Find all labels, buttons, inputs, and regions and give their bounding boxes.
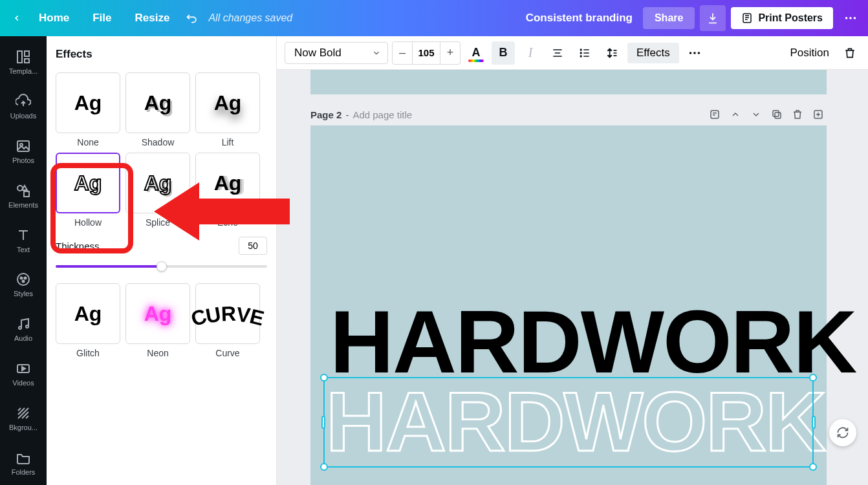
svg-point-20 <box>580 56 581 57</box>
duplicate-page-icon[interactable] <box>768 106 785 123</box>
sidebar-label: Uploads <box>10 112 36 120</box>
sidebar-label: Photos <box>12 156 34 164</box>
resize-handle[interactable] <box>809 374 817 382</box>
menu-home[interactable]: Home <box>27 12 81 25</box>
canvas-page-2[interactable]: HARDWORK HARDWORK <box>310 125 827 485</box>
sidebar-label: Bkgrou... <box>9 424 38 431</box>
effect-hollow[interactable]: AgHollow <box>56 153 120 228</box>
bold-button[interactable]: B <box>492 41 515 65</box>
sidebar-item-templates[interactable]: Templa... <box>0 40 47 85</box>
add-page-title[interactable]: Add page title <box>353 109 412 120</box>
refresh-button[interactable] <box>829 419 856 446</box>
sidebar-label: Folders <box>12 468 36 476</box>
font-family-select[interactable]: Now Bold <box>285 42 388 64</box>
effect-splice[interactable]: AgSplice <box>125 153 190 228</box>
svg-point-23 <box>697 52 700 54</box>
menu-resize[interactable]: Resize <box>124 12 182 25</box>
print-posters-label: Print Posters <box>758 12 823 24</box>
resize-handle[interactable] <box>809 463 817 471</box>
resize-handle[interactable] <box>320 463 328 471</box>
undo-button[interactable] <box>181 7 203 29</box>
header-more-button[interactable] <box>840 7 862 29</box>
svg-point-19 <box>580 52 581 54</box>
delete-button[interactable] <box>840 43 860 63</box>
sidebar-item-folders[interactable]: Folders <box>0 440 47 485</box>
svg-point-1 <box>845 17 848 19</box>
effect-none[interactable]: AgNone <box>56 72 120 147</box>
effect-shadow[interactable]: AgShadow <box>125 72 190 147</box>
resize-handle[interactable] <box>812 416 816 429</box>
move-down-icon[interactable] <box>748 106 765 123</box>
font-size-increment[interactable]: + <box>440 42 460 64</box>
sidebar-item-videos[interactable]: Videos <box>0 352 47 396</box>
sidebar-item-styles[interactable]: Styles <box>0 263 47 307</box>
svg-point-3 <box>854 17 856 19</box>
toolbar-more-button[interactable] <box>683 41 706 65</box>
text-toolbar: Now Bold – + A B I Effects <box>277 36 868 70</box>
download-button[interactable] <box>700 5 726 31</box>
effect-curve[interactable]: CURVECurve <box>195 283 260 358</box>
selection-box <box>323 377 814 468</box>
italic-button[interactable]: I <box>519 41 542 65</box>
page-number-label: Page 2 <box>310 109 342 120</box>
effects-panel: Effects AgNone AgShadow AgLift AgHollow … <box>47 36 277 485</box>
notes-icon[interactable] <box>706 106 723 123</box>
thickness-input[interactable] <box>239 237 267 255</box>
delete-page-icon[interactable] <box>789 106 806 123</box>
effect-lift[interactable]: AgLift <box>195 72 260 147</box>
svg-rect-10 <box>24 191 29 197</box>
share-button[interactable]: Share <box>643 7 695 29</box>
effect-neon[interactable]: AgNeon <box>125 283 190 358</box>
sidebar-item-photos[interactable]: Photos <box>0 129 47 174</box>
left-sidebar: Templa... Uploads Photos Elements Text S… <box>0 36 47 485</box>
document-title[interactable]: Consistent branding <box>526 12 633 25</box>
svg-rect-5 <box>25 51 29 56</box>
sidebar-label: Styles <box>14 290 33 297</box>
page-header: Page 2 - Add page title <box>310 106 827 123</box>
alignment-button[interactable] <box>546 41 569 65</box>
effects-button[interactable]: Effects <box>627 43 679 63</box>
sidebar-item-elements[interactable]: Elements <box>0 173 47 218</box>
sidebar-item-background[interactable]: Bkgrou... <box>0 396 47 440</box>
add-page-icon[interactable] <box>810 106 827 123</box>
canvas-viewport[interactable]: Page 2 - Add page title HARDWORK HARDWOR… <box>277 70 868 485</box>
previous-page-slice <box>310 70 827 94</box>
svg-point-11 <box>17 274 29 285</box>
back-button[interactable] <box>6 8 27 28</box>
svg-rect-4 <box>17 51 22 63</box>
svg-rect-26 <box>773 111 779 116</box>
list-button[interactable] <box>573 41 596 65</box>
save-status: All changes saved <box>208 12 292 24</box>
panel-title: Effects <box>56 48 267 61</box>
font-size-decrement[interactable]: – <box>393 42 412 64</box>
spacing-button[interactable] <box>600 41 624 65</box>
font-size-control: – + <box>392 41 461 65</box>
font-size-input[interactable] <box>412 42 440 64</box>
sidebar-item-text[interactable]: Text <box>0 218 47 263</box>
svg-point-22 <box>693 52 696 54</box>
svg-rect-25 <box>775 113 781 118</box>
move-up-icon[interactable] <box>727 106 744 123</box>
print-posters-button[interactable]: Print Posters <box>731 7 833 29</box>
sidebar-item-uploads[interactable]: Uploads <box>0 85 47 129</box>
sidebar-label: Audio <box>14 334 32 342</box>
text-color-button[interactable]: A <box>464 41 488 65</box>
thickness-slider[interactable] <box>56 261 267 272</box>
resize-handle[interactable] <box>321 416 325 429</box>
menu-file[interactable]: File <box>81 12 123 25</box>
resize-handle[interactable] <box>320 374 328 382</box>
effect-glitch[interactable]: AgGlitch <box>56 283 120 358</box>
position-button[interactable]: Position <box>784 43 836 63</box>
effect-echo[interactable]: AgEcho <box>195 153 260 228</box>
text-solid-hardwork[interactable]: HARDWORK <box>330 297 856 386</box>
chevron-down-icon <box>372 48 381 58</box>
svg-point-13 <box>25 277 27 279</box>
sidebar-label: Text <box>17 246 30 253</box>
svg-point-12 <box>21 277 23 279</box>
sidebar-label: Templa... <box>9 67 38 75</box>
text-outline-hardwork-selection[interactable]: HARDWORK <box>326 380 811 465</box>
svg-point-18 <box>580 49 581 50</box>
sidebar-item-audio[interactable]: Audio <box>0 307 47 352</box>
thickness-label: Thickness <box>56 241 100 252</box>
sidebar-label: Videos <box>12 379 34 387</box>
